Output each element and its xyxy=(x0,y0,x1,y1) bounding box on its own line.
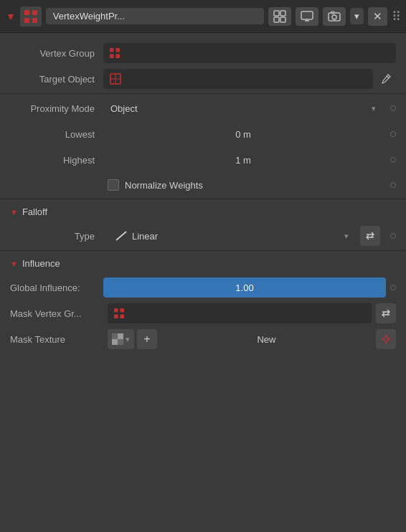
collapse-arrow[interactable]: ▼ xyxy=(6,11,16,22)
proximity-mode-dot xyxy=(390,105,396,111)
global-influence-row: Global Influence: 1.00 xyxy=(0,275,406,300)
target-object-label: Target Object xyxy=(10,74,103,85)
target-object-icon xyxy=(109,72,122,85)
svg-rect-6 xyxy=(274,17,279,22)
modifier-title[interactable]: VertexWeightPr... xyxy=(46,8,264,24)
falloff-type-row: Type Linear ▾ xyxy=(0,223,406,249)
target-object-field-group xyxy=(103,69,396,89)
layout-icon-btn[interactable] xyxy=(268,7,291,26)
mask-vertex-field[interactable] xyxy=(108,303,372,323)
vertex-group-label: Vertex Group xyxy=(10,48,103,59)
proximity-mode-dropdown[interactable]: Object ▾ xyxy=(103,98,383,118)
header-dropdown[interactable]: ▾ xyxy=(350,8,364,24)
vertex-group-field[interactable] xyxy=(103,43,396,63)
svg-point-12 xyxy=(332,15,336,19)
global-influence-label: Global Influence: xyxy=(10,282,103,293)
type-dropdown[interactable]: Linear ▾ xyxy=(109,226,354,246)
add-texture-button[interactable]: + xyxy=(137,329,157,349)
modifier-grid-icon xyxy=(24,9,38,24)
target-object-control xyxy=(103,69,396,89)
svg-rect-7 xyxy=(280,17,285,22)
type-label: Type xyxy=(10,231,103,242)
vertex-group-control xyxy=(103,43,396,63)
proximity-mode-value: Object xyxy=(110,103,138,114)
highest-label: Highest xyxy=(10,155,103,166)
vertex-group-row: Vertex Group xyxy=(0,40,406,66)
influence-section-header[interactable]: ▼ Influence xyxy=(0,252,406,275)
svg-rect-3 xyxy=(32,18,37,23)
proximity-mode-row: Proximity Mode Object ▾ xyxy=(0,95,406,121)
svg-point-30 xyxy=(384,337,388,341)
mask-vertex-icon xyxy=(113,308,125,319)
divider-2 xyxy=(0,199,406,199)
close-button[interactable]: ✕ xyxy=(368,7,387,26)
svg-rect-23 xyxy=(121,308,125,313)
divider-1 xyxy=(0,93,406,94)
mask-vertex-swap-btn[interactable] xyxy=(376,303,396,323)
target-object-field[interactable] xyxy=(103,69,373,89)
normalize-label: Normalize Weights xyxy=(125,180,203,191)
svg-rect-2 xyxy=(24,18,29,23)
global-influence-field[interactable]: 1.00 xyxy=(103,277,386,298)
grip-dots: ⠿ xyxy=(392,9,400,24)
normalize-dot xyxy=(390,182,396,188)
texture-icon-button[interactable]: ▾ xyxy=(108,329,134,349)
svg-rect-8 xyxy=(301,11,313,19)
svg-rect-24 xyxy=(114,315,118,319)
svg-rect-28 xyxy=(112,339,118,345)
lowest-dot xyxy=(390,131,396,137)
normalize-checkbox[interactable] xyxy=(108,179,119,191)
svg-rect-17 xyxy=(116,54,121,59)
highest-control: 1 m xyxy=(103,150,396,170)
type-dropdown-arrow: ▾ xyxy=(344,232,349,241)
influence-title: Influence xyxy=(22,258,60,269)
proximity-mode-control: Object ▾ xyxy=(103,98,396,118)
checker-icon xyxy=(112,333,123,345)
falloff-triangle-icon: ▼ xyxy=(10,208,18,217)
global-influence-dot xyxy=(390,285,396,290)
linear-falloff-icon xyxy=(115,229,128,242)
texture-dropdown-arrow: ▾ xyxy=(126,335,130,344)
swap-button[interactable] xyxy=(360,226,380,246)
svg-rect-29 xyxy=(118,339,123,345)
proximity-mode-label: Proximity Mode xyxy=(10,103,103,114)
falloff-title: Falloff xyxy=(22,206,47,217)
svg-rect-4 xyxy=(274,11,279,16)
influence-triangle-icon: ▼ xyxy=(10,260,18,268)
type-dot xyxy=(390,233,396,239)
falloff-section-header[interactable]: ▼ Falloff xyxy=(0,201,406,223)
svg-rect-5 xyxy=(280,11,285,16)
svg-rect-25 xyxy=(121,315,125,319)
mask-vertex-row: Mask Vertex Gr... xyxy=(0,300,406,326)
svg-line-21 xyxy=(387,76,389,78)
texture-settings-button[interactable] xyxy=(376,329,396,349)
modifier-icon xyxy=(20,6,42,27)
dropdown-arrow-icon: ▾ xyxy=(372,104,376,113)
highest-field[interactable]: 1 m xyxy=(103,150,383,170)
target-object-row: Target Object xyxy=(0,66,406,92)
lowest-control: 0 m xyxy=(103,124,396,144)
lowest-field[interactable]: 0 m xyxy=(103,124,383,144)
svg-rect-0 xyxy=(24,10,29,15)
display-icon-btn[interactable] xyxy=(296,7,318,26)
vertex-group-icon xyxy=(109,47,121,59)
eyedropper-button[interactable] xyxy=(376,69,396,89)
svg-rect-14 xyxy=(110,48,114,52)
new-texture-button[interactable]: New xyxy=(160,329,373,349)
mask-vertex-label: Mask Vertex Gr... xyxy=(10,308,103,319)
mask-texture-label: Mask Texture xyxy=(10,334,103,345)
highest-row: Highest 1 m xyxy=(0,147,406,173)
svg-rect-1 xyxy=(32,10,37,15)
type-value: Linear xyxy=(132,231,340,242)
mask-texture-row: Mask Texture ▾ + New xyxy=(0,326,406,352)
divider-3 xyxy=(0,250,406,251)
svg-rect-15 xyxy=(116,48,121,52)
normalize-weights-row: Normalize Weights xyxy=(0,173,406,197)
camera-icon-btn[interactable] xyxy=(323,7,346,26)
header-bar: ▼ VertexWeightPr... ▾ xyxy=(0,0,406,33)
highest-dot xyxy=(390,157,396,163)
lowest-label: Lowest xyxy=(10,129,103,140)
svg-rect-22 xyxy=(114,308,118,313)
svg-rect-27 xyxy=(118,333,123,339)
svg-rect-26 xyxy=(112,333,118,339)
